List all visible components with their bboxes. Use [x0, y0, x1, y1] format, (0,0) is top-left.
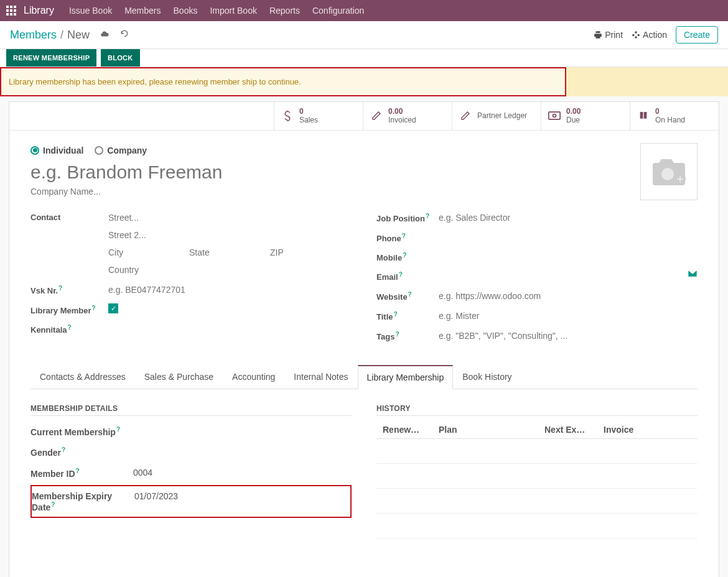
tab-sales[interactable]: Sales & Purchase	[135, 365, 223, 389]
radio-icon	[95, 146, 103, 155]
website-input[interactable]	[439, 290, 698, 302]
breadcrumb-bar: Members / New Print Action Create	[0, 21, 728, 49]
stat-invoiced-num: 0.00	[388, 107, 416, 116]
status-bar: RENEW MEMBERSHIP BLOCK	[0, 49, 728, 67]
expiry-label: Membership Expiry Date?	[32, 491, 134, 512]
edit-icon	[370, 111, 383, 121]
block-button[interactable]: BLOCK	[101, 49, 140, 67]
money-icon	[548, 111, 561, 120]
radio-company-label: Company	[107, 145, 147, 155]
breadcrumb-current: New	[67, 29, 90, 42]
history-table: Renew… Plan Next Ex… Invoice	[376, 421, 698, 538]
dollar-icon	[281, 110, 294, 121]
vsk-input[interactable]	[108, 284, 352, 296]
zip-input[interactable]	[270, 246, 307, 259]
svg-rect-0	[549, 113, 560, 120]
history-section-title: HISTORY	[376, 404, 698, 416]
print-button[interactable]: Print	[594, 30, 623, 40]
stat-invoiced[interactable]: 0.00Invoiced	[363, 102, 452, 130]
stat-invoiced-lbl: Invoiced	[388, 116, 416, 124]
stat-onhand-num: 0	[655, 107, 685, 116]
tab-accounting[interactable]: Accounting	[223, 365, 284, 389]
tab-library-membership[interactable]: Library Membership	[358, 365, 454, 389]
website-label: Website?	[376, 290, 439, 302]
renew-membership-button[interactable]: RENEW MEMBERSHIP	[6, 49, 96, 67]
street2-input[interactable]	[108, 229, 352, 241]
city-input[interactable]	[108, 246, 170, 259]
name-input[interactable]	[30, 162, 404, 183]
stat-ledger-lbl: Partner Ledger	[477, 111, 527, 120]
top-nav: Library Issue Book Members Books Import …	[0, 0, 728, 21]
expired-alert: Library membership has been expired, ple…	[0, 67, 566, 96]
nav-books[interactable]: Books	[174, 6, 198, 16]
svg-point-2	[661, 168, 674, 180]
image-upload[interactable]	[640, 143, 698, 200]
history-row[interactable]	[376, 514, 698, 538]
form-sheet: 0Sales 0.00Invoiced Partner Ledger 0.00D…	[9, 101, 719, 577]
nav-configuration[interactable]: Configuration	[312, 6, 364, 16]
history-row[interactable]	[376, 489, 698, 514]
history-col-renew[interactable]: Renew…	[383, 425, 439, 435]
book-icon	[637, 111, 650, 121]
tab-book-history[interactable]: Book History	[453, 365, 521, 389]
company-input[interactable]	[30, 187, 279, 196]
radio-individual-label: Individual	[43, 145, 83, 155]
stat-onhand-lbl: On Hand	[655, 116, 685, 124]
tags-label: Tags?	[376, 330, 439, 341]
action-label: Action	[643, 30, 667, 40]
tab-notes[interactable]: Internal Notes	[284, 365, 357, 389]
history-row[interactable]	[376, 439, 698, 464]
svg-point-1	[553, 114, 556, 118]
radio-company[interactable]: Company	[95, 145, 147, 155]
title-input[interactable]	[439, 310, 698, 322]
cloud-icon[interactable]	[100, 30, 110, 40]
vsk-label: Vsk Nr.?	[30, 284, 108, 295]
contact-label: Contact	[30, 211, 108, 222]
phone-label: Phone?	[376, 231, 439, 243]
nav-issue-book[interactable]: Issue Book	[69, 6, 112, 16]
title-label: Title?	[376, 310, 439, 321]
breadcrumb-members[interactable]: Members	[10, 29, 57, 42]
nav-reports[interactable]: Reports	[269, 6, 300, 16]
stat-partner-ledger[interactable]: Partner Ledger	[452, 102, 541, 130]
kennitala-label: Kennitala?	[30, 323, 108, 335]
library-member-checkbox[interactable]: ✓	[108, 303, 118, 313]
alert-wrap: Library membership has been expired, ple…	[0, 67, 728, 96]
breadcrumb-sep: /	[60, 29, 63, 42]
stat-sales[interactable]: 0Sales	[274, 102, 363, 130]
member-id-value: 0004	[133, 468, 152, 479]
tabs: Contacts & Addresses Sales & Purchase Ac…	[30, 364, 698, 389]
job-input[interactable]	[439, 211, 698, 224]
mail-icon[interactable]	[688, 270, 698, 279]
expiry-highlight: Membership Expiry Date? 01/07/2023	[30, 485, 352, 519]
stat-due-num: 0.00	[566, 107, 581, 116]
stat-sales-num: 0	[299, 107, 318, 116]
nav-import-book[interactable]: Import Book	[210, 6, 256, 16]
stat-sales-lbl: Sales	[299, 116, 318, 124]
stat-onhand[interactable]: 0On Hand	[630, 102, 719, 130]
member-id-label: Member ID?	[30, 468, 133, 479]
country-input[interactable]	[108, 264, 352, 276]
email-label: Email?	[376, 270, 439, 282]
history-col-plan[interactable]: Plan	[439, 425, 544, 435]
radio-individual[interactable]: Individual	[30, 145, 83, 155]
stat-row: 0Sales 0.00Invoiced Partner Ledger 0.00D…	[9, 102, 719, 131]
membership-section-title: MEMBERSHIP DETAILS	[30, 404, 352, 416]
state-input[interactable]	[189, 246, 251, 259]
expiry-value: 01/07/2023	[134, 491, 178, 512]
create-button[interactable]: Create	[676, 26, 718, 44]
street-input[interactable]	[108, 211, 352, 224]
history-col-inv[interactable]: Invoice	[604, 425, 691, 435]
history-row[interactable]	[376, 464, 698, 489]
apps-icon[interactable]	[6, 6, 16, 16]
tags-input[interactable]	[439, 330, 698, 342]
app-brand[interactable]: Library	[24, 5, 54, 16]
gender-label: Gender?	[30, 446, 133, 458]
undo-icon[interactable]	[119, 30, 129, 40]
nav-members[interactable]: Members	[124, 6, 161, 16]
action-button[interactable]: Action	[632, 30, 667, 40]
library-member-label: Library Member?	[30, 303, 108, 315]
history-col-exp[interactable]: Next Ex…	[544, 425, 604, 435]
stat-due[interactable]: 0.00Due	[541, 102, 630, 130]
tab-contacts[interactable]: Contacts & Addresses	[30, 365, 135, 389]
